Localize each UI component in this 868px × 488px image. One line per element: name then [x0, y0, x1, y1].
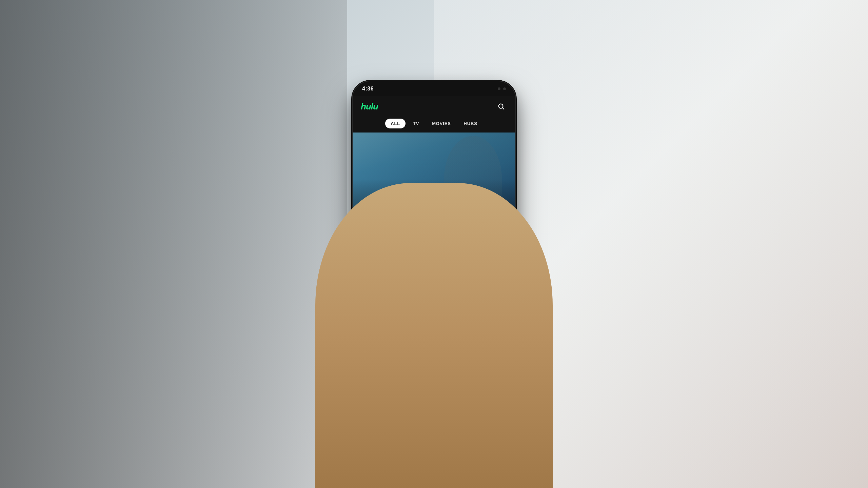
tab-hubs[interactable]: HUBS: [458, 119, 483, 128]
hulu-logo: hulu: [361, 101, 378, 112]
camera-dot-1: [498, 87, 500, 90]
tab-movies[interactable]: MOVIES: [427, 119, 456, 128]
top-bar: hulu: [353, 96, 515, 116]
nav-tabs: ALL TV MOVIES HUBS: [353, 116, 515, 133]
camera-area: [498, 87, 506, 90]
tab-all[interactable]: ALL: [385, 119, 406, 128]
phone-notch: 4:36: [353, 81, 515, 96]
tab-tv[interactable]: TV: [408, 119, 425, 128]
svg-line-1: [502, 108, 504, 109]
hand-background: [315, 183, 553, 488]
camera-dot-2: [503, 87, 506, 90]
status-time: 4:36: [362, 86, 374, 92]
search-button[interactable]: [495, 100, 507, 113]
